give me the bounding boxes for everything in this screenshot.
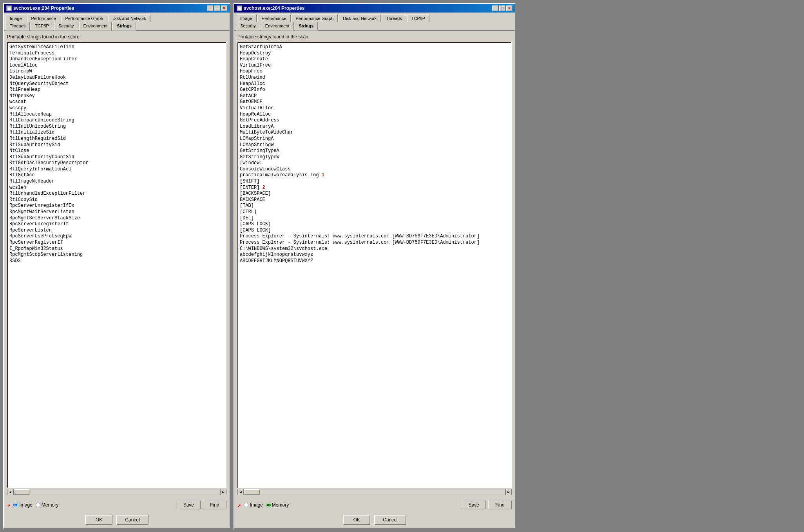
list-item: RtlSubAuthorityCountSid	[9, 154, 224, 161]
bottom-row-1: ↗ Image Memory Save Find	[4, 498, 230, 512]
window-title-2: svchost.exe:204 Properties	[244, 5, 304, 11]
list-item: RtlImageNtHeader	[9, 179, 224, 185]
list-item: RtlSubAuthoritySid	[9, 142, 224, 148]
list-item: GetCPInfo	[240, 87, 509, 93]
radio-memory-1[interactable]	[36, 503, 40, 507]
radio-memory-item-2: Memory	[266, 502, 289, 508]
tab-strings-2[interactable]: Strings	[295, 22, 318, 31]
arrow-indicator-1: ↗	[7, 502, 10, 508]
hscroll-right-btn-1[interactable]: ►	[220, 489, 226, 495]
section-label-2: Printable strings found in the scan:	[237, 34, 512, 40]
list-item: [ENTER] 2	[240, 185, 509, 191]
list-item: TerminateProcess	[9, 51, 224, 57]
radio-image-item-1: Image	[13, 502, 32, 508]
cancel-button-2[interactable]: Cancel	[374, 515, 406, 525]
radio-image-1[interactable]	[13, 503, 18, 507]
hscroll-2[interactable]: ◄ ►	[237, 489, 512, 495]
list-item: RpcMgmtStopServerListening	[9, 252, 224, 258]
window-1: ▣ svchost.exe:204 Properties _ □ ✕ Image…	[3, 3, 230, 529]
list-item: LCMapStringA	[240, 136, 509, 142]
tabs-row1-win1: Image Performance Performance Graph Disk…	[4, 13, 230, 22]
tab-disk-network-2[interactable]: Disk and Network	[339, 14, 381, 22]
save-find-group-2: Save Find	[462, 501, 512, 509]
listbox-container-1: GetSystemTimeAsFileTimeTerminateProcessU…	[7, 42, 226, 488]
list-item: ABCDEFGHIJKLMNOPQRSTUVWXYZ	[240, 258, 509, 264]
hscroll-track-2[interactable]	[244, 489, 505, 495]
tab-strings-1[interactable]: Strings	[112, 22, 136, 31]
tab-threads-1[interactable]: Threads	[5, 22, 30, 31]
list-item: abcdefghijklmnopqrstuvwxyz	[240, 252, 509, 258]
list-item: lstrcmpW	[9, 69, 224, 75]
list-item: LoadLibraryA	[240, 124, 509, 130]
find-button-2[interactable]: Find	[488, 501, 512, 509]
list-item: RtlGetAce	[9, 172, 224, 179]
radio-memory-2[interactable]	[266, 503, 271, 507]
tab-performance-2[interactable]: Performance	[257, 14, 291, 22]
tab-disk-network-1[interactable]: Disk and Network	[108, 14, 150, 22]
list-item: wcscat	[9, 99, 224, 105]
list-item: Process Explorer - Sysinternals: www.sys…	[240, 240, 509, 246]
list-item: [CAPS LOCK]	[240, 221, 509, 228]
radio-memory-label-2: Memory	[272, 502, 289, 508]
title-bar-1: ▣ svchost.exe:204 Properties _ □ ✕	[4, 4, 230, 13]
list-item: GetOEMCP	[240, 99, 509, 105]
tab-performance-graph-2[interactable]: Performance Graph	[292, 14, 338, 22]
hscroll-right-btn-2[interactable]: ►	[505, 489, 512, 495]
tab-tcpip-1[interactable]: TCP/IP	[31, 22, 53, 31]
section-label-1: Printable strings found in the scan:	[7, 34, 226, 40]
tab-image-2[interactable]: Image	[236, 14, 257, 22]
save-button-1[interactable]: Save	[177, 501, 201, 509]
radio-image-2[interactable]	[244, 503, 248, 507]
hscroll-track-1[interactable]	[13, 489, 220, 495]
list-item: LocalAlloc	[9, 63, 224, 69]
app-icon-2: ▣	[237, 5, 242, 11]
find-button-1[interactable]: Find	[203, 501, 226, 509]
ok-button-2[interactable]: OK	[343, 515, 370, 525]
list-item: GetProcAddress	[240, 118, 509, 124]
hscroll-thumb-2[interactable]	[244, 489, 260, 495]
list-item: LCMapStringW	[240, 142, 509, 148]
strings-list-1[interactable]: GetSystemTimeAsFileTimeTerminateProcessU…	[8, 43, 226, 290]
tab-tcpip-2[interactable]: TCP/IP	[407, 14, 429, 22]
maximize-button-1[interactable]: □	[214, 5, 220, 11]
list-item: RtlInitUnicodeString	[9, 124, 224, 130]
list-item: RtlLengthRequiredSid	[9, 136, 224, 142]
ok-button-1[interactable]: OK	[85, 515, 112, 525]
list-item: NtQuerySecurityObject	[9, 81, 224, 87]
list-item: RtlQueryInformationAcl	[9, 166, 224, 173]
close-button-1[interactable]: ✕	[221, 5, 227, 11]
list-item: [CTRL]	[240, 209, 509, 215]
tab-environment-1[interactable]: Environment	[79, 22, 112, 31]
strings-list-2[interactable]: GetStartupInfoAHeapDestroyHeapCreateVirt…	[238, 43, 511, 290]
tab-performance-1[interactable]: Performance	[27, 14, 60, 22]
tab-threads-2[interactable]: Threads	[382, 14, 406, 22]
title-buttons-1: _ □ ✕	[207, 5, 227, 11]
list-item: RtlCopySid	[9, 197, 224, 203]
hscroll-left-btn-2[interactable]: ◄	[237, 489, 244, 495]
hscroll-thumb-1[interactable]	[14, 489, 29, 495]
minimize-button-1[interactable]: _	[207, 5, 213, 11]
tab-security-2[interactable]: Security	[236, 22, 260, 31]
minimize-button-2[interactable]: _	[492, 5, 498, 11]
hscroll-left-btn-1[interactable]: ◄	[7, 489, 13, 495]
bottom-row-2: ↗ Image Memory Save Find	[234, 498, 515, 512]
tab-performance-graph-1[interactable]: Performance Graph	[61, 14, 108, 22]
list-item: RpcServerListen	[9, 228, 224, 234]
tab-image-1[interactable]: Image	[5, 14, 26, 22]
tab-security-1[interactable]: Security	[54, 22, 78, 31]
hscroll-1[interactable]: ◄ ►	[7, 489, 226, 495]
list-item: GetStringTypeA	[240, 148, 509, 154]
maximize-button-2[interactable]: □	[499, 5, 505, 11]
tabs-row2-win2: Security Environment Strings	[234, 22, 515, 31]
tabs-row2-win1: Threads TCP/IP Security Environment Stri…	[4, 22, 230, 31]
close-button-2[interactable]: ✕	[506, 5, 512, 11]
cancel-button-1[interactable]: Cancel	[116, 515, 148, 525]
list-item: VirtualAlloc	[240, 105, 509, 112]
save-button-2[interactable]: Save	[462, 501, 486, 509]
app-icon-1: ▣	[6, 5, 12, 11]
list-item: RtlAllocateHeap	[9, 112, 224, 118]
tab-environment-2[interactable]: Environment	[261, 22, 294, 31]
list-item: RtlUnwind	[240, 75, 509, 81]
ok-cancel-row-1: OK Cancel	[4, 512, 230, 528]
listbox-container-2: GetStartupInfoAHeapDestroyHeapCreateVirt…	[237, 42, 512, 488]
